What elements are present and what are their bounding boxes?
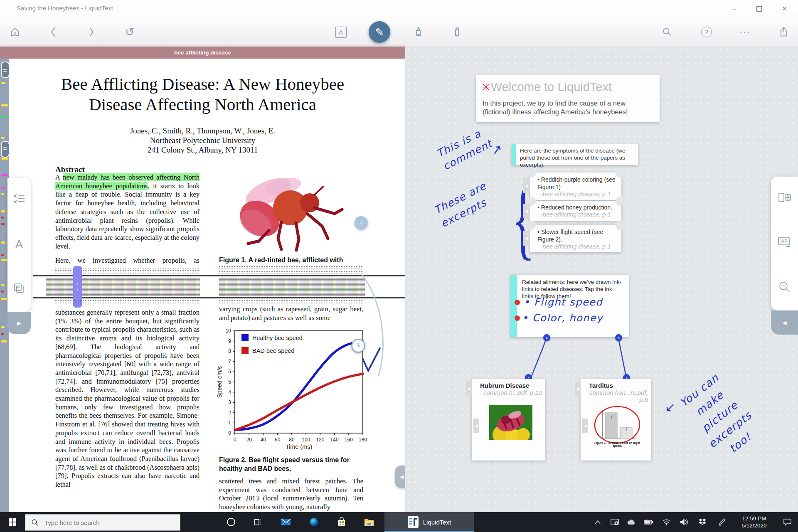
- scroll-handle-top[interactable]: [1, 62, 10, 78]
- excerpt-card-2[interactable]: ◀ • Reduced honey production. -bee affli…: [530, 201, 621, 221]
- undo-button[interactable]: ↺: [118, 17, 141, 47]
- pages-plus-icon: [13, 283, 25, 294]
- svg-text:10: 10: [226, 328, 232, 334]
- chevron-up-icon: [595, 520, 601, 524]
- search-button[interactable]: [655, 17, 679, 47]
- excerpt-source-tab[interactable]: ◀: [523, 204, 530, 218]
- tray-volume-button[interactable]: [676, 512, 692, 532]
- add-text-box-button[interactable]: AB: [778, 236, 792, 250]
- text-tool-button[interactable]: A: [329, 17, 352, 47]
- pdf-document-panel: bee afflicting disease: [0, 47, 405, 512]
- svg-text:8: 8: [228, 348, 231, 354]
- disease-card-title: Rubrum Disease: [472, 379, 545, 389]
- excerpt-source-tab[interactable]: ◀: [582, 419, 588, 433]
- excerpt-card-3[interactable]: ◀ • Slower flight speed (see Figure 2). …: [530, 225, 621, 252]
- minimize-button[interactable]: –: [722, 0, 746, 17]
- home-button[interactable]: [3, 17, 27, 47]
- left-triangle-icon: ◀: [525, 209, 528, 213]
- taskbar-search-box[interactable]: [25, 514, 180, 531]
- zoom-out-button[interactable]: [778, 281, 791, 295]
- taskbar-clock[interactable]: 12:59 PM5/12/2020: [732, 512, 776, 532]
- file-explorer-button[interactable]: [359, 512, 379, 532]
- edge-browser-button[interactable]: [304, 512, 324, 532]
- annotation-mark: [1, 137, 5, 139]
- tray-dropbox-button[interactable]: [694, 512, 711, 532]
- excerpt-source-tab[interactable]: ◀: [466, 382, 472, 396]
- pen-tool-button[interactable]: ✎: [368, 17, 391, 47]
- liquidtext-taskbar-button[interactable]: LiquidText: [384, 512, 474, 532]
- collapse-text-button[interactable]: [13, 194, 25, 206]
- forward-button[interactable]: [80, 17, 103, 47]
- svg-text:120: 120: [316, 437, 324, 443]
- title-bar: Saving the Honeybees - LiquidText – ✕: [0, 0, 798, 18]
- search-input[interactable]: [44, 519, 170, 527]
- folder-icon: [364, 518, 374, 526]
- mail-app-button[interactable]: [276, 512, 296, 532]
- excerpt-source-tab[interactable]: ◀: [473, 419, 479, 433]
- highlighter-tool-button[interactable]: [407, 17, 430, 47]
- review-clock-handle[interactable]: [351, 339, 365, 353]
- font-tool-button[interactable]: A: [15, 238, 22, 251]
- share-button[interactable]: [772, 17, 796, 47]
- tray-pen-button[interactable]: [713, 512, 731, 532]
- link-node[interactable]: ∧: [543, 334, 550, 341]
- expand-left-panel-tab[interactable]: ▶: [7, 312, 31, 334]
- mail-icon: [281, 519, 291, 525]
- svg-text:AB: AB: [781, 239, 788, 244]
- tray-wifi-button[interactable]: [658, 512, 675, 532]
- related-ailments-card[interactable]: Related ailments: here we've drawn ink-l…: [510, 275, 629, 337]
- more-options-button[interactable]: ···: [734, 17, 757, 47]
- cortana-button[interactable]: [221, 512, 241, 532]
- action-center-button[interactable]: [778, 512, 796, 532]
- symptoms-comment-card[interactable]: Here are the symptoms of the disease (we…: [512, 144, 638, 165]
- forward-icon: [87, 27, 96, 37]
- windows-taskbar: LiquidText 12: [0, 512, 798, 532]
- excerpt-anchor-handle[interactable]: ‹: [355, 216, 368, 229]
- tarditus-card[interactable]: ◀ Tarditus -common hon...rs.pdf, p.6 ◀ F…: [581, 379, 651, 461]
- excerpt-notch: [616, 168, 625, 177]
- cast-display-icon: [611, 519, 619, 525]
- svg-text:Healthy bee speed: Healthy bee speed: [252, 335, 303, 341]
- collapse-right-panel-tab[interactable]: ◀: [771, 310, 798, 335]
- close-button[interactable]: ✕: [773, 0, 796, 17]
- left-triangle-icon: ◀: [783, 320, 787, 326]
- disease-card-source: -common h...pdf, p.10: [472, 389, 545, 396]
- collapse-lines-icon: [13, 194, 25, 204]
- paper-address: 241 Colony St., Albany, NY 13011: [25, 145, 380, 155]
- excerpt-source-tab[interactable]: ◀: [575, 382, 581, 396]
- pull-out-page-button[interactable]: [778, 192, 791, 204]
- ink-link-flight-speed[interactable]: • Flight speed: [524, 296, 603, 308]
- eraser-tool-button[interactable]: [446, 17, 469, 47]
- figure2-chart[interactable]: 020406080100120140160180012345678910Time…: [217, 328, 368, 453]
- task-view-button[interactable]: [248, 512, 268, 532]
- excerpt-source-tab[interactable]: ◀: [523, 178, 530, 193]
- ink-link-color-honey[interactable]: • Color, honey: [522, 312, 603, 324]
- start-button[interactable]: [2, 512, 22, 532]
- tray-onedrive-button[interactable]: [623, 512, 639, 532]
- play-arrow-icon: ▶: [17, 320, 21, 326]
- store-app-button[interactable]: [332, 512, 352, 532]
- tray-battery-button[interactable]: [640, 512, 657, 532]
- scroll-handle-current[interactable]: [1, 141, 10, 158]
- excerpt-source-tab[interactable]: ◀: [523, 231, 530, 246]
- text-tool-icon: A: [335, 27, 347, 38]
- pdf-tab-header[interactable]: bee afflicting disease: [0, 47, 405, 59]
- maximize-button[interactable]: [747, 0, 771, 17]
- ink-note-comment[interactable]: This is a comment: [434, 124, 495, 173]
- workspace-canvas[interactable]: ✳Welcome to LiquidText In this project, …: [405, 47, 798, 512]
- back-button[interactable]: [42, 17, 65, 47]
- add-page-button[interactable]: [13, 283, 25, 296]
- welcome-card[interactable]: ✳Welcome to LiquidText In this project, …: [476, 75, 660, 122]
- excerpt-card-1[interactable]: ◀ • Reddish-purple coloring (see Figure …: [530, 172, 621, 200]
- help-button[interactable]: ?: [695, 17, 718, 47]
- annotation-mark: [1, 104, 8, 106]
- ink-note-picture-excerpts[interactable]: You can make picture excerpts too!: [660, 357, 780, 476]
- figure1-bee-image[interactable]: [219, 168, 358, 255]
- rubrum-disease-card[interactable]: ◀ Rubrum Disease -common h...pdf, p.10 ◀: [472, 379, 545, 461]
- ink-note-excerpts[interactable]: These are excerpts: [431, 179, 496, 231]
- link-node[interactable]: ∧: [615, 334, 622, 341]
- tray-cast-button[interactable]: [607, 512, 623, 532]
- tray-show-hidden-button[interactable]: [590, 512, 605, 532]
- squished-text-rows: [55, 300, 200, 305]
- annotation-mark: [1, 193, 4, 195]
